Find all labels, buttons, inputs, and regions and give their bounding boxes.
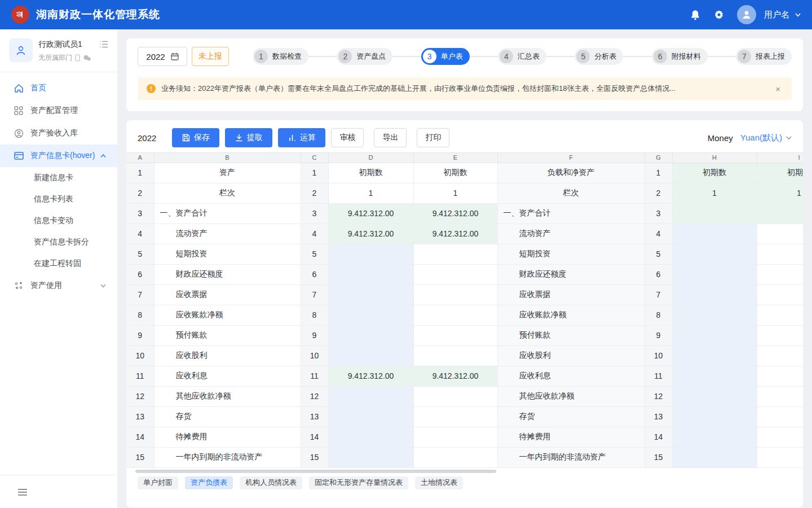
sidebar-subitem[interactable]: 资产信息卡拆分: [0, 231, 117, 253]
value-cell[interactable]: [672, 325, 757, 345]
liability-label-cell[interactable]: 应收利息: [497, 366, 645, 386]
value-cell[interactable]: [757, 386, 803, 406]
value-cell[interactable]: [328, 305, 413, 325]
username-label[interactable]: 用户名: [764, 10, 789, 20]
asset-label-cell[interactable]: 预付账款: [154, 325, 301, 345]
user-avatar[interactable]: [737, 5, 756, 24]
value-cell[interactable]: [328, 345, 413, 366]
asset-label-cell[interactable]: 财政应还额度: [154, 264, 301, 284]
value-cell[interactable]: [757, 305, 803, 325]
value-cell[interactable]: [672, 447, 757, 467]
liability-label-cell[interactable]: 一、资产合计: [497, 203, 645, 224]
audit-button[interactable]: 审核: [331, 128, 364, 147]
asset-label-cell[interactable]: 其他应收款净额: [154, 386, 301, 406]
value-cell[interactable]: [757, 224, 803, 244]
value-cell[interactable]: 1: [672, 183, 757, 203]
liability-label-cell[interactable]: 流动资产: [497, 224, 645, 244]
liability-label-cell[interactable]: 短期投资: [497, 244, 645, 264]
sidebar-subitem[interactable]: 信息卡变动: [0, 210, 117, 231]
sheet-tab[interactable]: 固定和无形资产存量情况表: [309, 476, 408, 489]
sidebar-item-asset-acceptance[interactable]: 资产验收入库: [0, 122, 117, 144]
value-cell[interactable]: 初期数: [413, 163, 497, 183]
value-cell[interactable]: [757, 264, 803, 284]
value-cell[interactable]: [413, 305, 497, 325]
asset-label-cell[interactable]: 应收票据: [154, 284, 301, 305]
export-button[interactable]: 导出: [374, 128, 407, 147]
asset-label-cell[interactable]: 一年内到期的非流动资产: [154, 447, 301, 467]
extract-button[interactable]: 提取: [225, 128, 272, 147]
sheet-tab[interactable]: 机构人员情况表: [240, 476, 302, 489]
workflow-step[interactable]: 2资产盘点: [337, 48, 392, 65]
value-cell[interactable]: [672, 284, 757, 305]
value-cell[interactable]: [672, 224, 757, 244]
settings-gear-icon[interactable]: [713, 9, 725, 20]
value-cell[interactable]: [328, 325, 413, 345]
value-cell[interactable]: 初期数: [672, 163, 757, 183]
asset-label-cell[interactable]: 资产: [154, 163, 301, 183]
value-cell[interactable]: [672, 203, 757, 224]
value-cell[interactable]: [757, 244, 803, 264]
chevron-down-icon[interactable]: [795, 13, 801, 17]
value-cell[interactable]: 1: [328, 183, 413, 203]
sidebar-item-home[interactable]: 首页: [0, 77, 117, 99]
value-cell[interactable]: 9.412.312.00: [328, 203, 413, 224]
value-cell[interactable]: [328, 427, 413, 447]
value-cell[interactable]: [757, 447, 803, 467]
value-cell[interactable]: 9.412.312.00: [328, 366, 413, 386]
value-cell[interactable]: [672, 305, 757, 325]
liability-label-cell[interactable]: 预付账款: [497, 325, 645, 345]
value-cell[interactable]: [413, 345, 497, 366]
liability-label-cell[interactable]: 应收账款净额: [497, 305, 645, 325]
value-cell[interactable]: [672, 386, 757, 406]
value-cell[interactable]: [757, 284, 803, 305]
year-selector[interactable]: 2022: [138, 47, 187, 66]
value-cell[interactable]: [672, 406, 757, 427]
workflow-step[interactable]: 1数据检查: [253, 48, 308, 65]
asset-label-cell[interactable]: 存货: [154, 406, 301, 427]
liability-label-cell[interactable]: 待摊费用: [497, 427, 645, 447]
value-cell[interactable]: 9.412.312.00: [413, 366, 497, 386]
value-cell[interactable]: [672, 244, 757, 264]
asset-label-cell[interactable]: 短期投资: [154, 244, 301, 264]
workflow-step[interactable]: 4汇总表: [498, 48, 546, 65]
sidebar-item-asset-usage[interactable]: 资产使用: [0, 274, 117, 297]
value-cell[interactable]: [413, 284, 497, 305]
asset-label-cell[interactable]: 待摊费用: [154, 427, 301, 447]
menu-list-icon[interactable]: [99, 41, 108, 48]
value-cell[interactable]: [413, 447, 497, 467]
liability-label-cell[interactable]: 其他应收款净额: [497, 386, 645, 406]
asset-label-cell[interactable]: 栏次: [154, 183, 301, 203]
liability-label-cell[interactable]: 应收股利: [497, 345, 645, 366]
print-button[interactable]: 打印: [417, 128, 449, 147]
value-cell[interactable]: [757, 345, 803, 366]
notice-close-icon[interactable]: ×: [773, 84, 783, 94]
sheet-tab[interactable]: 单户封面: [138, 476, 178, 489]
value-cell[interactable]: 9.412.312.00: [413, 224, 497, 244]
sidebar-subitem[interactable]: 在建工程转固: [0, 253, 117, 274]
workflow-step[interactable]: 7报表上报: [736, 48, 792, 65]
value-cell[interactable]: 9.412.312.00: [328, 224, 413, 244]
value-cell[interactable]: [328, 244, 413, 264]
value-cell[interactable]: [672, 345, 757, 366]
value-cell[interactable]: [757, 427, 803, 447]
value-cell[interactable]: [413, 244, 497, 264]
liability-label-cell[interactable]: 一年内到期的非流动资产: [497, 447, 645, 467]
save-button[interactable]: 保存: [172, 128, 219, 147]
value-cell[interactable]: [413, 406, 497, 427]
liability-label-cell[interactable]: 负载和净资产: [497, 163, 645, 183]
workflow-step[interactable]: 3单户表: [421, 48, 470, 65]
sidebar-item-asset-info-card[interactable]: 资产信息卡(hover): [0, 144, 117, 167]
workflow-step[interactable]: 6附报材料: [652, 48, 708, 65]
value-cell[interactable]: [672, 366, 757, 386]
sidebar-collapse-hamburger-icon[interactable]: [18, 489, 27, 496]
sheet-tab[interactable]: 土地情况表: [415, 476, 463, 489]
value-cell[interactable]: 初期数: [757, 163, 803, 183]
value-cell[interactable]: [413, 325, 497, 345]
value-cell[interactable]: [757, 366, 803, 386]
liability-label-cell[interactable]: 应收票据: [497, 284, 645, 305]
asset-label-cell[interactable]: 应收账款净额: [154, 305, 301, 325]
value-cell[interactable]: 1: [413, 183, 497, 203]
asset-label-cell[interactable]: 应收利息: [154, 366, 301, 386]
sidebar-item-asset-config[interactable]: 资产配置管理: [0, 99, 117, 122]
sidebar-subitem[interactable]: 新建信息卡: [0, 167, 117, 189]
